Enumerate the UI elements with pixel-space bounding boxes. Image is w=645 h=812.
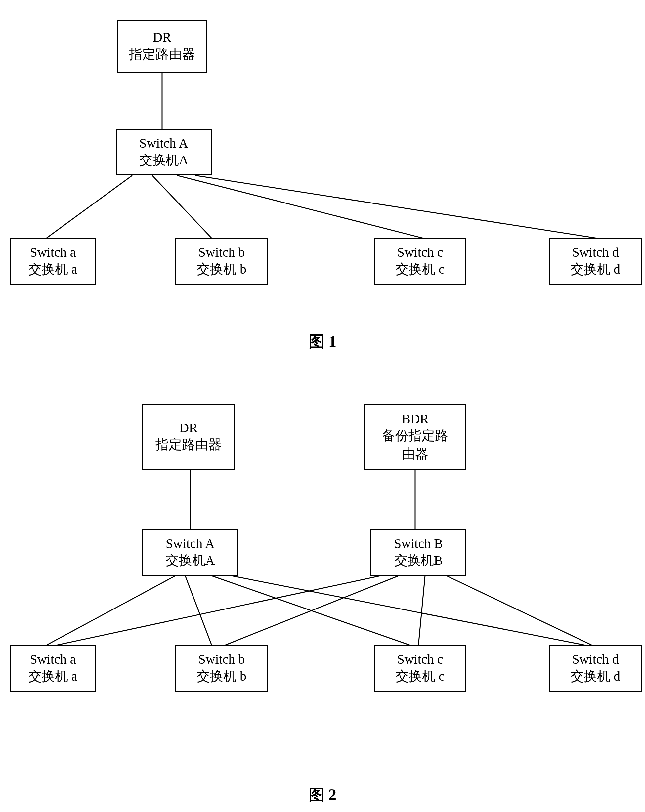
line-switchB-switcha — [56, 576, 380, 645]
box-switcha: Switch a 交换机 a — [10, 238, 96, 285]
box-switchA: Switch A 交换机A — [116, 129, 212, 176]
dr-label-2: 指定路由器 — [129, 45, 195, 63]
switchA-label-2: 交换机A — [139, 151, 189, 169]
line-switchA-switchb-2 — [185, 576, 212, 645]
switchB-label-1: Switch B — [394, 536, 443, 551]
bdr-label-1: BDR — [401, 411, 428, 426]
switchd-label-2: 交换机 d — [570, 260, 620, 278]
switcha2-label-1: Switch a — [30, 652, 76, 667]
switchc-label-2: 交换机 c — [396, 260, 445, 278]
diagram-2-lines — [0, 397, 645, 761]
switchb2-label-1: Switch b — [198, 652, 245, 667]
bdr-label-3: 由器 — [402, 445, 428, 463]
switchb2-label-2: 交换机 b — [197, 667, 246, 685]
switchA2-label-2: 交换机A — [166, 551, 215, 569]
switchb-label-2: 交换机 b — [197, 260, 246, 278]
box-switchd-2: Switch d 交换机 d — [549, 645, 642, 691]
switchc2-label-1: Switch c — [397, 652, 443, 667]
box-bdr: BDR 备份指定路 由器 — [364, 404, 467, 470]
diagram-1-lines — [0, 13, 645, 344]
line-switchB-switchc — [418, 576, 425, 645]
box-switchb-2: Switch b 交换机 b — [175, 645, 268, 691]
switchd2-label-1: Switch d — [572, 652, 619, 667]
box-switchA-2: Switch A 交换机A — [142, 530, 238, 576]
diagram-2: DR 指定路由器 BDR 备份指定路 由器 Switch A 交换机A Swit… — [0, 397, 645, 761]
switchc2-label-2: 交换机 c — [396, 667, 445, 685]
line-switchB-switchd — [447, 576, 592, 645]
box-switchB: Switch B 交换机B — [371, 530, 467, 576]
line-switchB-switchb — [225, 576, 399, 645]
switchc-label-1: Switch c — [397, 244, 443, 260]
box-switchc-2: Switch c 交换机 c — [374, 645, 467, 691]
box-switchc: Switch c 交换机 c — [374, 238, 467, 285]
line-switchA-switcha — [46, 176, 132, 238]
caption-2: 图 2 — [0, 784, 645, 805]
switcha2-label-2: 交换机 a — [29, 667, 78, 685]
box-switchd: Switch d 交换机 d — [549, 238, 642, 285]
line-switchA-switcha-2 — [46, 576, 175, 645]
switchA-label-1: Switch A — [139, 135, 188, 151]
box-switcha-2: Switch a 交换机 a — [10, 645, 96, 691]
switchb-label-1: Switch b — [198, 244, 245, 260]
dr2-label-2: 指定路由器 — [156, 435, 222, 454]
caption-1: 图 1 — [0, 331, 645, 352]
switchA2-label-1: Switch A — [166, 536, 215, 551]
switchB-label-2: 交换机B — [394, 551, 443, 569]
box-dr: DR 指定路由器 — [117, 20, 207, 73]
switchd-label-1: Switch d — [572, 244, 619, 260]
dr2-label-1: DR — [179, 420, 198, 435]
line-switchA-switchd-2 — [232, 576, 586, 645]
box-switchb: Switch b 交换机 b — [175, 238, 268, 285]
switcha-label-1: Switch a — [30, 244, 76, 260]
line-switchA-switchd — [195, 176, 597, 238]
switcha-label-2: 交换机 a — [29, 260, 78, 278]
line-switchA-switchc — [177, 176, 423, 238]
line-switchA-switchb — [152, 176, 212, 238]
box-dr-2: DR 指定路由器 — [142, 404, 235, 470]
switchd2-label-2: 交换机 d — [570, 667, 620, 685]
dr-label-1: DR — [153, 29, 171, 45]
diagram-1: DR 指定路由器 Switch A 交换机A Switch a 交换机 a Sw… — [0, 13, 645, 344]
bdr-label-2: 备份指定路 — [382, 426, 448, 445]
